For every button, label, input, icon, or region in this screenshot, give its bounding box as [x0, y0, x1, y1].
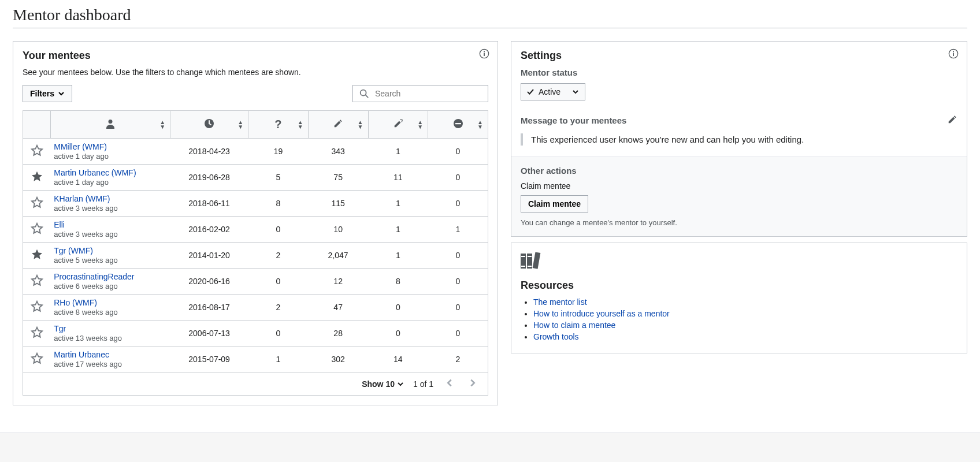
star-toggle[interactable]	[31, 150, 43, 159]
sort-icon: ▲▼	[159, 120, 165, 129]
user-icon	[105, 122, 116, 131]
list-item: How to claim a mentee	[533, 321, 957, 330]
cell-questions: 1	[248, 346, 309, 372]
mentee-link[interactable]: Tgr	[54, 324, 66, 333]
mentee-active: active 1 day ago	[54, 152, 109, 161]
claim-mentee-button[interactable]: Claim mentee	[521, 195, 588, 213]
svg-point-1	[484, 51, 485, 52]
filters-button[interactable]: Filters	[23, 85, 72, 102]
cell-joined: 2020-06-16	[170, 269, 248, 295]
check-icon	[526, 87, 535, 96]
table-row: ProcrastinatingReaderactive 6 weeks ago2…	[23, 269, 488, 295]
star-toggle[interactable]	[31, 280, 43, 289]
mentee-link[interactable]: Tgr (WMF)	[54, 246, 93, 255]
mentor-status-select[interactable]: Active	[521, 83, 585, 100]
mentee-active: active 17 weeks ago	[54, 360, 122, 368]
mentees-table: ▲▼ ▲▼ ? ▲▼	[23, 110, 488, 372]
cell-questions: 0	[248, 321, 309, 346]
cell-joined: 2016-02-02	[170, 217, 248, 243]
cell-edits: 28	[308, 321, 368, 346]
star-toggle[interactable]	[31, 228, 43, 237]
cell-reverted: 1	[368, 139, 428, 165]
svg-rect-8	[455, 123, 461, 124]
settings-title: Settings	[521, 50, 957, 62]
svg-rect-14	[533, 252, 541, 269]
col-joined[interactable]: ▲▼	[170, 111, 248, 139]
cell-reverted: 0	[368, 321, 428, 346]
clock-icon	[203, 122, 215, 131]
mentee-link[interactable]: RHo (WMF)	[54, 298, 97, 307]
col-star	[23, 111, 51, 139]
cell-edits: 75	[308, 165, 368, 191]
mentee-link[interactable]: Martin Urbanec	[54, 350, 109, 359]
cell-edits: 2,047	[308, 243, 368, 269]
col-user[interactable]: ▲▼	[50, 111, 170, 139]
page-title: Mentor dashboard	[13, 6, 967, 28]
resource-link[interactable]: How to claim a mentee	[533, 321, 615, 330]
cell-reverted: 1	[368, 217, 428, 243]
info-icon[interactable]	[479, 49, 489, 59]
mentor-status-label: Mentor status	[521, 68, 957, 77]
mentees-module: Your mentees See your mentees below. Use…	[13, 41, 498, 405]
list-item: The mentor list	[533, 297, 957, 307]
svg-rect-17	[521, 266, 525, 267]
question-icon: ?	[274, 118, 281, 131]
svg-rect-15	[521, 256, 525, 257]
revert-pencil-icon	[393, 121, 403, 131]
table-row: Elliactive 3 weeks ago2016-02-0201011	[23, 217, 488, 243]
col-reverted[interactable]: ▲▼	[368, 111, 428, 139]
page-info: 1 of 1	[413, 379, 433, 389]
status-value: Active	[539, 87, 560, 96]
pencil-icon	[947, 114, 957, 125]
cell-edits: 115	[308, 191, 368, 217]
star-toggle[interactable]	[31, 331, 43, 341]
resource-link[interactable]: The mentor list	[533, 297, 587, 307]
star-toggle[interactable]	[31, 305, 43, 315]
sort-icon: ▲▼	[358, 120, 363, 129]
next-page-button[interactable]	[466, 378, 480, 389]
cell-reverted: 1	[368, 191, 428, 217]
mentee-link[interactable]: KHarlan (WMF)	[54, 194, 110, 203]
mentee-link[interactable]: ProcrastinatingReader	[54, 272, 134, 281]
mentor-message: This experienced user knows you're new a…	[521, 133, 957, 146]
svg-point-10	[953, 51, 954, 52]
cell-joined: 2006-07-13	[170, 321, 248, 346]
list-item: How to introduce yourself as a mentor	[533, 309, 957, 318]
star-toggle[interactable]	[31, 202, 43, 211]
col-blocks[interactable]: ▲▼	[428, 111, 488, 139]
cell-edits: 12	[308, 269, 368, 295]
col-questions[interactable]: ? ▲▼	[248, 111, 309, 139]
mentee-link[interactable]: Martin Urbanec (WMF)	[54, 168, 136, 177]
list-item: Growth tools	[533, 332, 957, 341]
table-row: RHo (WMF)active 8 weeks ago2016-08-17247…	[23, 295, 488, 321]
cell-edits: 343	[308, 139, 368, 165]
star-toggle[interactable]	[31, 176, 43, 185]
mentee-active: active 5 weeks ago	[54, 256, 118, 264]
svg-rect-11	[953, 53, 954, 56]
table-row: Martin Urbanecactive 17 weeks ago2015-07…	[23, 346, 488, 372]
show-rows-button[interactable]: Show 10	[362, 379, 404, 389]
cell-reverted: 14	[368, 346, 428, 372]
svg-point-5	[108, 120, 112, 124]
resource-link[interactable]: How to introduce yourself as a mentor	[533, 309, 670, 318]
mentee-active: active 13 weeks ago	[54, 334, 122, 342]
resource-link[interactable]: Growth tools	[533, 332, 579, 341]
settings-module: Settings Mentor status Active Message to…	[511, 41, 967, 237]
col-edits[interactable]: ▲▼	[308, 111, 368, 139]
mentee-link[interactable]: Elli	[54, 220, 65, 229]
cell-questions: 19	[248, 139, 309, 165]
search-input[interactable]	[374, 88, 482, 99]
mentee-link[interactable]: MMiller (WMF)	[54, 142, 107, 151]
search-box[interactable]	[352, 85, 488, 102]
prev-page-button[interactable]	[443, 378, 456, 389]
mentees-title: Your mentees	[23, 50, 488, 62]
sort-icon: ▲▼	[477, 120, 483, 129]
mentee-active: active 3 weeks ago	[54, 204, 118, 213]
filters-label: Filters	[30, 89, 54, 98]
star-toggle[interactable]	[31, 254, 43, 263]
edit-message-button[interactable]	[947, 114, 957, 126]
cell-blocks: 0	[428, 165, 488, 191]
star-toggle[interactable]	[31, 357, 43, 367]
cell-blocks: 1	[428, 217, 488, 243]
info-icon[interactable]	[948, 49, 959, 59]
